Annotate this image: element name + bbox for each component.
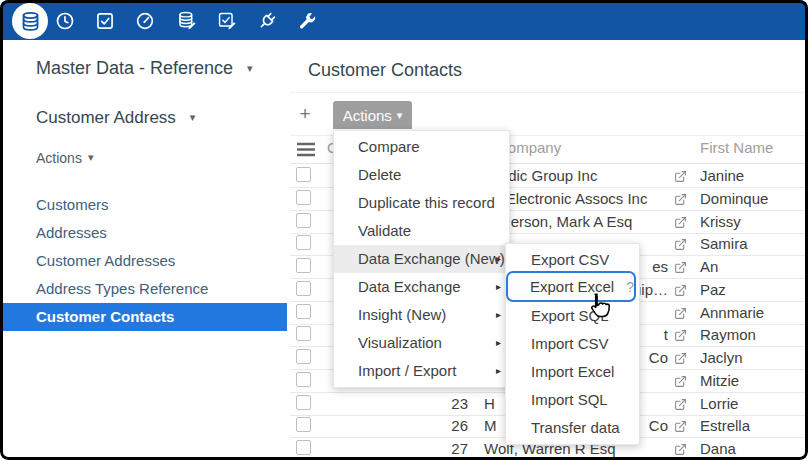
add-record-button[interactable]: + <box>293 102 317 126</box>
cell-first-name: Jaclyn <box>700 346 805 369</box>
external-link-icon[interactable] <box>674 192 687 205</box>
row-checkbox[interactable] <box>296 372 311 387</box>
actions-button-label: Actions <box>343 107 392 124</box>
row-checkbox[interactable] <box>296 417 311 432</box>
menu-item-label: Data Exchange <box>358 278 461 295</box>
help-badge[interactable]: ? <box>626 279 634 295</box>
model-selector[interactable]: Master Data - Reference▾ <box>36 58 253 79</box>
table-actions-button[interactable]: Actions▾ <box>333 101 412 129</box>
database-edit-icon[interactable] <box>177 11 197 31</box>
cell-first-name: Krissy <box>700 210 805 233</box>
menu-item-data-exchange[interactable]: Data Exchange▸ <box>334 273 509 301</box>
top-navigation-bar <box>0 0 808 40</box>
external-link-icon[interactable] <box>674 283 687 296</box>
cell-first-name: Janine <box>700 164 805 187</box>
company-text: M <box>484 414 497 437</box>
row-checkbox[interactable] <box>296 326 311 341</box>
cell-first-name: Mitzie <box>700 369 805 392</box>
chevron-down-icon: ▾ <box>190 111 196 123</box>
external-link-icon[interactable] <box>674 351 687 364</box>
menu-item-compare[interactable]: Compare <box>334 133 509 161</box>
app-window: Master Data - Reference▾ Customer Addres… <box>0 0 808 460</box>
row-checkbox[interactable] <box>296 167 311 182</box>
menu-item-label: Import Excel <box>531 363 614 380</box>
menu-item-export-excel[interactable]: Export Excel ? <box>506 271 636 302</box>
sidebar-item-address-types-reference[interactable]: Address Types Reference <box>0 275 287 303</box>
menu-item-validate[interactable]: Validate <box>334 217 509 245</box>
external-link-icon[interactable] <box>674 374 687 387</box>
row-checkbox[interactable] <box>296 349 311 364</box>
row-checkbox[interactable] <box>296 395 311 410</box>
menu-item-import-csv[interactable]: Import CSV <box>506 330 639 358</box>
menu-item-data-exchange-new[interactable]: Data Exchange (New)▸ <box>334 245 509 273</box>
wrench-icon[interactable] <box>297 11 317 31</box>
column-header-first-name[interactable]: First Name <box>700 139 773 156</box>
sidebar-item-customers[interactable]: Customers <box>0 191 287 219</box>
check-square-icon[interactable] <box>95 11 115 31</box>
row-checkbox[interactable] <box>296 258 311 273</box>
chevron-down-icon: ▾ <box>247 62 253 74</box>
model-selector-label: Master Data - Reference <box>36 58 233 78</box>
menu-item-label: Import CSV <box>531 335 609 352</box>
row-checkbox[interactable] <box>296 213 311 228</box>
external-link-icon[interactable] <box>674 419 687 432</box>
cell-contact-id: 27 <box>420 437 468 460</box>
submenu-arrow-icon: ▸ <box>496 329 501 357</box>
menu-item-export-sql[interactable]: Export SQL <box>506 302 639 330</box>
row-checkbox[interactable] <box>296 440 311 455</box>
cell-first-name: Raymon <box>700 323 805 346</box>
menu-item-label: Delete <box>358 166 401 183</box>
cell-company: Anderson, Mark A Esq <box>484 210 668 233</box>
table-menu-icon[interactable] <box>296 142 316 157</box>
view-selector[interactable]: Customer Address▾ <box>36 108 195 128</box>
chevron-down-icon: ▾ <box>397 109 403 121</box>
cell-company: A I Electronic Assocs Inc <box>484 187 668 210</box>
menu-item-import-export[interactable]: Import / Export▸ <box>334 357 509 385</box>
submenu-arrow-icon: ▸ <box>496 273 501 301</box>
menu-item-transfer-data[interactable]: Transfer data <box>506 414 639 442</box>
check-edit-icon[interactable] <box>217 11 237 31</box>
company-text: H <box>484 392 495 415</box>
menu-item-label: Import SQL <box>531 391 608 408</box>
sidebar-item-addresses[interactable]: Addresses <box>0 219 287 247</box>
menu-item-insight-new[interactable]: Insight (New)▸ <box>334 301 509 329</box>
cell-contact-id: 23 <box>420 392 468 415</box>
menu-item-delete[interactable]: Delete <box>334 161 509 189</box>
submenu-arrow-icon: ▸ <box>496 245 501 273</box>
cell-first-name: Dana <box>700 437 805 460</box>
row-checkbox[interactable] <box>296 281 311 296</box>
row-checkbox[interactable] <box>296 235 311 250</box>
company-text-fragment: Co <box>649 346 668 369</box>
menu-item-export-csv[interactable]: Export CSV <box>506 246 639 274</box>
cell-first-name: Annmarie <box>700 301 805 324</box>
sidebar-item-customer-contacts[interactable]: Customer Contacts <box>0 303 287 331</box>
database-icon[interactable] <box>12 3 48 39</box>
menu-item-import-excel[interactable]: Import Excel <box>506 358 639 386</box>
external-link-icon[interactable] <box>674 169 687 182</box>
external-link-icon[interactable] <box>674 306 687 319</box>
sidebar-actions-menu[interactable]: Actions▾ <box>36 150 93 166</box>
row-checkbox[interactable] <box>296 304 311 319</box>
external-link-icon[interactable] <box>674 260 687 273</box>
sidebar-item-customer-addresses[interactable]: Customer Addresses <box>0 247 287 275</box>
external-link-icon[interactable] <box>674 328 687 341</box>
menu-item-label: Visualization <box>358 334 442 351</box>
chevron-down-icon: ▾ <box>88 151 94 163</box>
company-text-fragment: t <box>664 323 668 346</box>
external-link-icon[interactable] <box>674 237 687 250</box>
cursor-icon <box>584 289 615 322</box>
plug-icon[interactable] <box>257 11 277 31</box>
row-checkbox[interactable] <box>296 190 311 205</box>
external-link-icon[interactable] <box>674 215 687 228</box>
cell-first-name: Paz <box>700 278 805 301</box>
external-link-icon[interactable] <box>674 397 687 410</box>
cell-first-name: An <box>700 255 805 278</box>
clock-icon[interactable] <box>55 11 75 31</box>
gauge-icon[interactable] <box>135 11 155 31</box>
menu-item-import-sql[interactable]: Import SQL <box>506 386 639 414</box>
menu-item-visualization[interactable]: Visualization▸ <box>334 329 509 357</box>
external-link-icon[interactable] <box>674 442 687 455</box>
cell-contact-id: 26 <box>420 414 468 437</box>
cell-first-name: Lorrie <box>700 392 805 415</box>
menu-item-duplicate-this-record[interactable]: Duplicate this record <box>334 189 509 217</box>
